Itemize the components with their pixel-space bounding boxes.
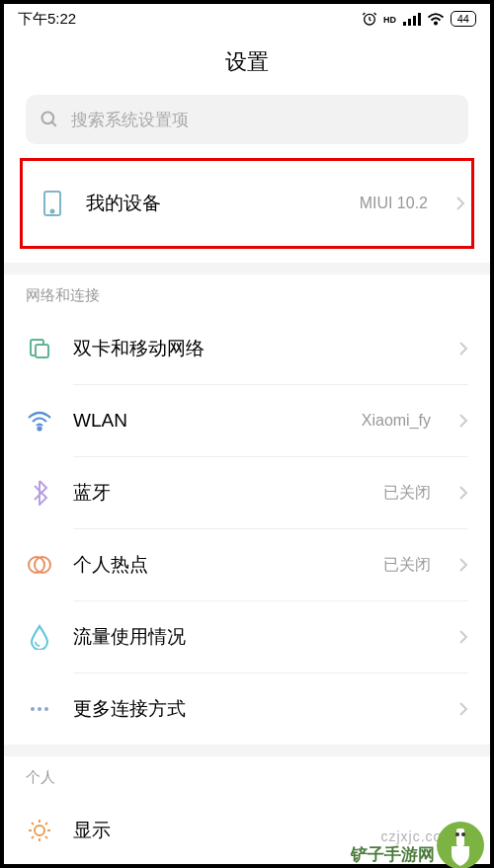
svg-point-6 [435, 22, 437, 24]
dual-sim-item[interactable]: 双卡和移动网络 [4, 313, 490, 384]
svg-line-24 [45, 823, 47, 825]
status-icons: HD 44 [362, 11, 476, 27]
search-input[interactable]: 搜索系统设置项 [26, 95, 468, 144]
my-device-value: MIUI 10.2 [360, 195, 428, 212]
item-label: 个人热点 [73, 552, 364, 578]
section-header-network: 网络和连接 [4, 275, 490, 313]
wifi-icon [427, 12, 445, 26]
sim-icon [26, 335, 53, 362]
item-label: 蓝牙 [73, 480, 364, 506]
chevron-right-icon [458, 629, 468, 645]
svg-point-27 [455, 832, 459, 836]
chevron-right-icon [458, 413, 468, 429]
wlan-item[interactable]: WLAN Xiaomi_fy [4, 385, 490, 456]
hotspot-item[interactable]: 个人热点 已关闭 [4, 529, 490, 600]
chevron-right-icon [458, 701, 468, 717]
svg-rect-2 [403, 22, 406, 26]
svg-line-8 [52, 122, 56, 126]
svg-rect-4 [413, 16, 416, 26]
svg-point-10 [51, 210, 54, 213]
svg-line-23 [32, 836, 34, 838]
svg-point-16 [35, 826, 44, 835]
more-connections-item[interactable]: 更多连接方式 [4, 673, 490, 745]
battery-indicator: 44 [451, 11, 476, 27]
svg-line-22 [45, 836, 47, 838]
svg-text:HD: HD [383, 15, 396, 25]
chevron-right-icon [458, 485, 468, 501]
item-value: 已关闭 [383, 483, 431, 504]
hd-icon: HD [383, 13, 397, 25]
svg-rect-3 [408, 19, 411, 26]
shovel-logo-icon [434, 819, 488, 868]
search-icon [40, 110, 59, 129]
hotspot-icon [26, 551, 53, 579]
separator [4, 745, 490, 756]
svg-rect-12 [36, 345, 48, 357]
alarm-icon [362, 11, 377, 27]
svg-rect-5 [418, 13, 421, 26]
my-device-label: 我的设备 [86, 191, 340, 216]
item-label: 流量使用情况 [73, 624, 431, 650]
brightness-icon [26, 817, 53, 844]
svg-point-28 [461, 832, 465, 836]
highlight-frame: 我的设备 MIUI 10.2 [20, 158, 474, 249]
status-time: 下午5:22 [18, 10, 76, 29]
settings-screen: 下午5:22 HD 44 设置 搜索系统设置项 我的设备 MIUI 10.2 网… [4, 4, 490, 864]
chevron-right-icon [455, 196, 465, 211]
item-label: 显示 [73, 818, 431, 843]
item-value: 已关闭 [383, 555, 431, 576]
watermark-brand: 铲子手游网 [351, 843, 435, 866]
chevron-right-icon [458, 557, 468, 573]
status-bar: 下午5:22 HD 44 [4, 4, 490, 34]
item-value: Xiaomi_fy [362, 412, 431, 430]
search-placeholder: 搜索系统设置项 [71, 109, 189, 131]
bluetooth-icon [26, 479, 53, 507]
svg-rect-26 [456, 829, 464, 846]
wifi-icon [26, 407, 53, 434]
more-icon [26, 695, 53, 723]
title-bar: 设置 [4, 34, 490, 95]
drop-icon [26, 623, 53, 651]
svg-point-13 [39, 428, 41, 431]
data-usage-item[interactable]: 流量使用情况 [4, 601, 490, 672]
page-title: 设置 [4, 47, 490, 77]
section-header-personal: 个人 [4, 756, 490, 795]
chevron-right-icon [458, 341, 468, 356]
svg-point-7 [42, 113, 54, 124]
item-label: 双卡和移动网络 [73, 336, 431, 361]
separator [4, 263, 490, 275]
item-label: 更多连接方式 [73, 696, 431, 722]
item-label: WLAN [73, 410, 342, 432]
signal-icon [403, 12, 421, 26]
bluetooth-item[interactable]: 蓝牙 已关闭 [4, 457, 490, 528]
svg-line-21 [32, 823, 34, 825]
phone-icon [39, 190, 66, 217]
my-device-item[interactable]: 我的设备 MIUI 10.2 [23, 161, 471, 246]
